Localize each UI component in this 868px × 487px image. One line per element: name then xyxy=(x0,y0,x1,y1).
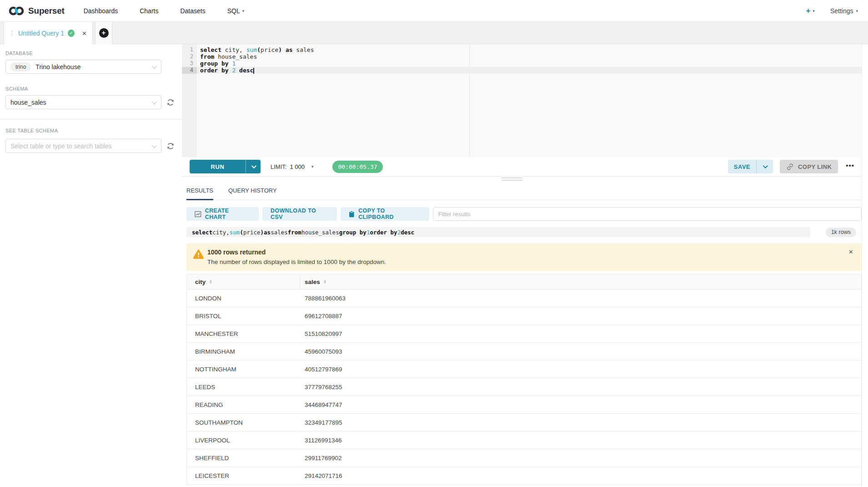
sort-icon: ▲▼ xyxy=(323,279,327,284)
top-navbar: Superset Dashboards Charts Datasets SQL … xyxy=(0,0,868,22)
main-menu: Dashboards Charts Datasets SQL ▾ xyxy=(84,7,245,15)
table-row: LEEDS37779768255 xyxy=(187,378,861,396)
table-row: LEICESTER29142071716 xyxy=(187,467,861,485)
pane-resize-handle[interactable] xyxy=(502,178,522,181)
download-csv-button[interactable]: DOWNLOAD TO CSV xyxy=(262,207,337,221)
editor-code: select city, sum(price) as salesfrom hou… xyxy=(197,44,862,74)
sort-icon: ▲▼ xyxy=(209,279,212,284)
save-query-button[interactable]: SAVE xyxy=(728,160,756,173)
run-query-button[interactable]: RUN xyxy=(190,160,246,173)
schema-select-value: house_sales xyxy=(10,99,46,106)
table-row: MANCHESTER51510820997 xyxy=(187,325,861,343)
close-tab-icon[interactable]: ✕ xyxy=(82,30,87,37)
see-table-schema-label: SEE TABLE SCHEMA xyxy=(5,128,182,133)
table-row: LONDON788861960063 xyxy=(187,289,861,307)
sqllab-main-pane: 1234 select city, sum(price) as salesfro… xyxy=(182,44,862,487)
column-header-sales[interactable]: sales ▲▼ xyxy=(300,274,861,289)
new-item-button[interactable]: + ▾ xyxy=(806,7,814,15)
results-body: LONDON788861960063BRISTOL69612708887MANC… xyxy=(187,289,861,485)
chart-icon xyxy=(195,211,201,218)
clipboard-icon xyxy=(349,211,355,218)
results-table: city ▲▼ sales ▲▼ LONDON788861960063BRIST… xyxy=(186,274,862,485)
run-options-caret[interactable] xyxy=(246,160,261,173)
table-cell: 37779768255 xyxy=(300,378,861,396)
copy-link-button[interactable]: COPY LINK xyxy=(780,160,838,173)
sidebar-divider xyxy=(0,119,182,120)
table-cell: 29911769902 xyxy=(300,449,861,467)
table-cell: 29142071716 xyxy=(300,467,861,484)
table-cell: LEEDS xyxy=(187,378,300,396)
add-query-tab-button[interactable]: + xyxy=(95,22,112,44)
query-tab-title: Untitled Query 1 xyxy=(18,30,64,37)
table-cell: LEICESTER xyxy=(187,467,300,484)
table-cell: 31126991346 xyxy=(300,431,861,449)
refresh-schemas-icon[interactable] xyxy=(166,98,175,107)
table-cell: 51510820997 xyxy=(300,325,861,342)
database-select-value: Trino lakehouse xyxy=(35,63,80,71)
table-cell: SOUTHAMPTON xyxy=(187,414,300,431)
table-cell: LONDON xyxy=(187,289,300,307)
tab-results[interactable]: RESULTS xyxy=(186,187,213,200)
table-cell: NOTTINGHAM xyxy=(187,360,300,378)
results-actions-row: CREATE CHART DOWNLOAD TO CSV COPY TO CLI… xyxy=(186,207,862,221)
filter-results-input[interactable] xyxy=(433,207,862,221)
more-actions-button[interactable]: ••• xyxy=(845,162,856,172)
save-options-caret[interactable] xyxy=(756,160,773,173)
chevron-down-icon xyxy=(763,163,768,168)
results-table-header: city ▲▼ sales ▲▼ xyxy=(187,274,861,289)
plus-icon: + xyxy=(806,7,810,15)
query-tab-active[interactable]: ⋮ Untitled Query 1 ✓ ✕ xyxy=(4,22,93,45)
plus-circle-icon: + xyxy=(99,28,109,38)
limit-label: LIMIT: xyxy=(271,163,286,170)
table-row: NOTTINGHAM40512797869 xyxy=(187,360,861,378)
table-select-placeholder: Select table or type to search tables xyxy=(10,142,112,150)
alert-message: The number of rows displayed is limited … xyxy=(207,259,843,265)
sqllab-left-sidebar: DATABASE trino Trino lakehouse SCHEMA ho… xyxy=(0,44,182,487)
refresh-tables-icon[interactable] xyxy=(166,142,175,150)
limit-value: 1 000 xyxy=(290,163,305,170)
schema-label: SCHEMA xyxy=(5,86,182,91)
executed-query-row: select city, sum(price) as sales from ho… xyxy=(186,227,862,237)
drag-grip-icon[interactable]: ⋮ xyxy=(9,30,15,37)
column-header-city[interactable]: city ▲▼ xyxy=(187,274,300,289)
table-cell: 45960075093 xyxy=(300,343,861,360)
chevron-down-icon: ▾ xyxy=(856,9,858,13)
tab-query-history[interactable]: QUERY HISTORY xyxy=(228,187,277,200)
create-chart-button[interactable]: CREATE CHART xyxy=(186,207,259,221)
executed-query-text: select city, sum(price) as sales from ho… xyxy=(186,227,810,237)
table-row: LIVERPOOL31126991346 xyxy=(187,431,861,449)
save-query-button-group: SAVE xyxy=(728,160,773,173)
table-select[interactable]: Select table or type to search tables xyxy=(5,139,161,153)
table-cell: LIVERPOOL xyxy=(187,431,300,449)
database-label: DATABASE xyxy=(5,51,182,56)
nav-item-datasets[interactable]: Datasets xyxy=(180,7,205,15)
database-engine-badge: trino xyxy=(10,62,31,71)
run-query-button-group: RUN xyxy=(190,160,261,173)
copy-to-clipboard-button[interactable]: COPY TO CLIPBOARD xyxy=(341,207,429,221)
table-cell: 788861960063 xyxy=(300,289,861,307)
brand-name: Superset xyxy=(28,6,65,16)
settings-menu[interactable]: Settings ▾ xyxy=(830,7,858,15)
table-cell: 34468947747 xyxy=(300,396,861,413)
row-limit-dropdown[interactable]: LIMIT: 1 000 ▾ xyxy=(271,163,313,170)
caret-down-icon: ▾ xyxy=(311,164,314,169)
results-tabs: RESULTS QUERY HISTORY xyxy=(186,181,862,200)
link-icon xyxy=(786,163,794,171)
chevron-down-icon xyxy=(251,163,256,168)
close-alert-icon[interactable]: ✕ xyxy=(848,249,853,255)
database-select[interactable]: trino Trino lakehouse xyxy=(5,60,161,74)
table-row: BRISTOL69612708887 xyxy=(187,307,861,325)
nav-item-charts[interactable]: Charts xyxy=(140,7,158,15)
table-cell: 40512797869 xyxy=(300,360,861,378)
nav-item-sql[interactable]: SQL ▾ xyxy=(227,7,245,15)
chevron-down-icon xyxy=(152,143,157,148)
table-cell: MANCHESTER xyxy=(187,325,300,342)
sql-editor[interactable]: 1234 select city, sum(price) as salesfro… xyxy=(182,44,862,157)
row-count-badge: 1k rows xyxy=(826,228,856,237)
superset-logo[interactable]: Superset xyxy=(8,5,65,17)
results-pane: RESULTS QUERY HISTORY CREATE CHART DOWNL… xyxy=(182,181,862,487)
table-row: SHEFFIELD29911769902 xyxy=(187,449,861,467)
schema-select[interactable]: house_sales xyxy=(5,95,161,109)
nav-item-dashboards[interactable]: Dashboards xyxy=(84,7,118,15)
chevron-down-icon: ▾ xyxy=(813,9,815,13)
